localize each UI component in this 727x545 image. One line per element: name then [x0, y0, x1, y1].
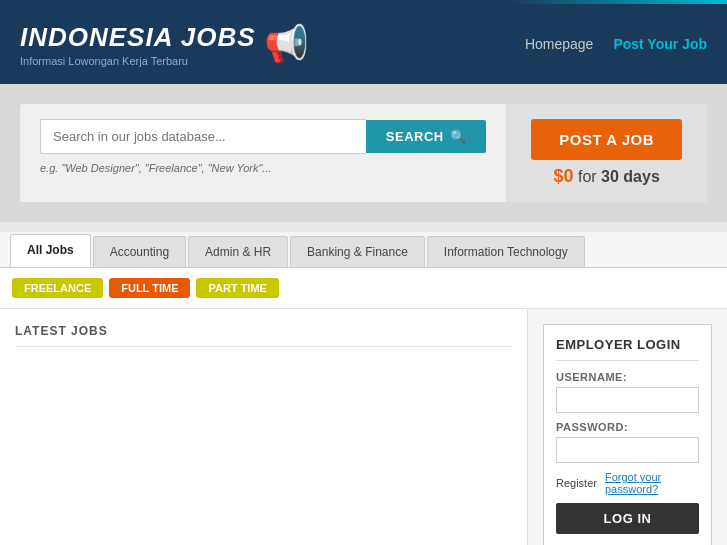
pricing-days: 30 days: [601, 168, 660, 185]
filter-fulltime[interactable]: FULL TIME: [109, 278, 190, 298]
pricing-amount: $0: [553, 166, 573, 186]
tabs-section: All Jobs Accounting Admin & HR Banking &…: [0, 232, 727, 268]
search-box-area: SEARCH 🔍 e.g. "Web Designer", "Freelance…: [20, 104, 506, 202]
forgot-password-link[interactable]: Forgot your password?: [605, 471, 699, 495]
latest-jobs-title: LATEST JOBS: [15, 324, 512, 347]
jobs-area: LATEST JOBS: [0, 309, 527, 545]
register-link[interactable]: Register: [556, 477, 597, 489]
login-links: Register Forgot your password?: [556, 471, 699, 495]
filter-freelance[interactable]: FREELANCE: [12, 278, 103, 298]
username-input[interactable]: [556, 387, 699, 413]
header-nav: Homepage Post Your Job: [525, 36, 707, 52]
sidebar: EMPLOYER LOGIN USERNAME: PASSWORD: Regis…: [527, 309, 727, 545]
logo-icon: 📢: [264, 23, 309, 65]
username-label: USERNAME:: [556, 371, 699, 383]
password-input[interactable]: [556, 437, 699, 463]
employer-login-box: EMPLOYER LOGIN USERNAME: PASSWORD: Regis…: [543, 324, 712, 545]
search-icon: 🔍: [450, 129, 467, 144]
search-input-row: SEARCH 🔍: [40, 119, 486, 154]
post-your-job-link[interactable]: Post Your Job: [613, 36, 707, 52]
homepage-link[interactable]: Homepage: [525, 36, 594, 52]
search-button-label: SEARCH: [386, 129, 444, 144]
tab-all-jobs[interactable]: All Jobs: [10, 234, 91, 267]
tab-accounting[interactable]: Accounting: [93, 236, 186, 267]
logo-area: Indonesia Jobs Informasi Lowongan Kerja …: [20, 22, 309, 67]
filter-section: FREELANCE FULL TIME PART TIME: [0, 268, 727, 309]
tab-information-technology[interactable]: Information Technology: [427, 236, 585, 267]
post-a-job-button[interactable]: POST A JOB: [531, 119, 682, 160]
main-content: LATEST JOBS EMPLOYER LOGIN USERNAME: PAS…: [0, 309, 727, 545]
post-job-area: POST A JOB $0 for 30 days: [506, 104, 707, 202]
logo-subtitle: Informasi Lowongan Kerja Terbaru: [20, 55, 256, 67]
password-label: PASSWORD:: [556, 421, 699, 433]
pricing-for: for: [578, 168, 601, 185]
search-input[interactable]: [40, 119, 366, 154]
search-button[interactable]: SEARCH 🔍: [366, 120, 486, 153]
logo-text: Indonesia Jobs: [20, 22, 256, 53]
search-hint: e.g. "Web Designer", "Freelance", "New Y…: [40, 162, 486, 174]
filter-parttime[interactable]: PART TIME: [196, 278, 278, 298]
header: Indonesia Jobs Informasi Lowongan Kerja …: [0, 4, 727, 84]
search-section: SEARCH 🔍 e.g. "Web Designer", "Freelance…: [0, 84, 727, 222]
login-button[interactable]: LOG IN: [556, 503, 699, 534]
pricing-text: $0 for 30 days: [553, 166, 659, 187]
tab-banking-finance[interactable]: Banking & Finance: [290, 236, 425, 267]
tab-admin-hr[interactable]: Admin & HR: [188, 236, 288, 267]
employer-login-title: EMPLOYER LOGIN: [556, 337, 699, 361]
